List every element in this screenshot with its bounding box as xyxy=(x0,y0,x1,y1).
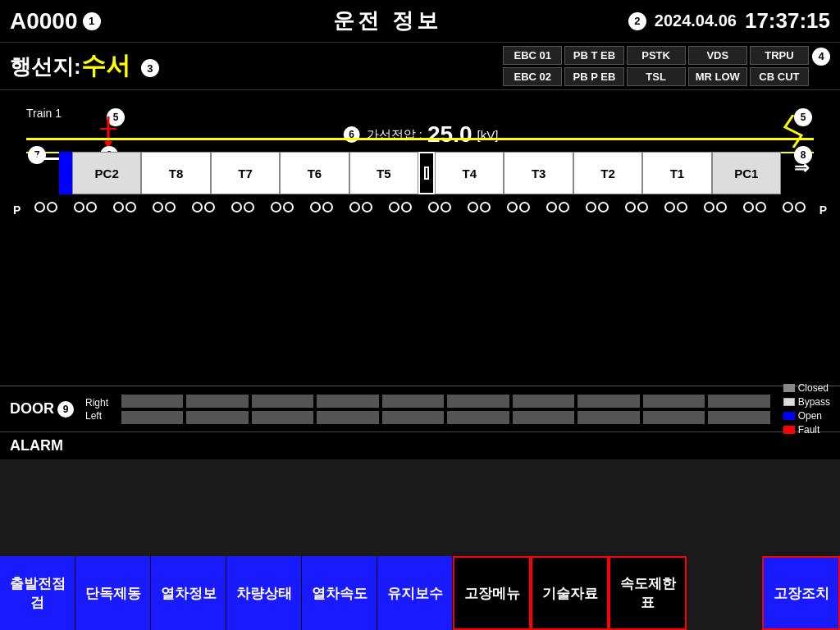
wheel xyxy=(231,202,242,212)
wheel-pair-10 xyxy=(428,202,451,212)
coupling xyxy=(418,152,435,194)
wheel xyxy=(716,202,727,212)
door-cell-right-8 xyxy=(643,395,705,408)
tab-btn-4[interactable]: 열차속도 xyxy=(302,556,377,630)
tab-btn-7[interactable]: 기술자료 xyxy=(531,556,609,630)
arrow-symbol-right: ⇒ xyxy=(794,158,809,179)
header-right: 2 2024.04.06 17:37:15 xyxy=(600,8,830,34)
badge-2: 2 xyxy=(628,12,646,30)
status-btn-ebc-02: EBC 02 xyxy=(503,67,562,86)
wheel-pair-19 xyxy=(783,202,806,212)
wheel-pair-18 xyxy=(743,202,766,212)
destination-value: 수서 xyxy=(81,52,130,79)
car-t7: T7 xyxy=(211,152,280,194)
tab-btn-2[interactable]: 열차정보 xyxy=(151,556,226,630)
wheel-pair-12 xyxy=(507,202,530,212)
car-t4: T4 xyxy=(435,152,504,194)
legend-fault: Fault xyxy=(783,424,830,436)
door-row-right xyxy=(121,395,770,408)
wheel xyxy=(47,202,57,212)
wheel xyxy=(74,202,84,212)
main-area: Train 1 5 6 가선전압 : 25.0 [kV] 5 xyxy=(0,90,840,386)
status-btn-trpu: TRPU xyxy=(750,46,809,65)
door-cell-left-1 xyxy=(186,411,248,424)
wheel xyxy=(34,202,45,212)
door-cell-right-4 xyxy=(382,395,444,408)
wheel xyxy=(349,202,360,212)
tab-btn-0[interactable]: 출발전점검 xyxy=(0,556,75,630)
door-cell-left-8 xyxy=(643,411,705,424)
p-label-right: P xyxy=(819,203,827,217)
arrow-symbol-left: ⟵ xyxy=(31,148,59,171)
car-t3: T3 xyxy=(504,152,573,194)
wheel xyxy=(165,202,176,212)
status-btn-cb-cut: CB CUT xyxy=(750,67,809,86)
wheel xyxy=(86,202,97,212)
header-date: 2024.04.06 xyxy=(655,11,737,30)
wheel-pair-16 xyxy=(664,202,687,212)
header-left: A0000 1 xyxy=(10,8,174,34)
voltage-display: 6 가선전압 : 25.0 [kV] xyxy=(342,121,499,148)
wheel xyxy=(271,202,281,212)
wheel xyxy=(441,202,451,212)
wheel xyxy=(244,202,254,212)
tab-btn-9[interactable] xyxy=(687,556,762,630)
door-bars xyxy=(121,390,770,428)
tab-btn-1[interactable]: 단독제동 xyxy=(75,556,151,630)
header-time: 17:37:15 xyxy=(745,8,830,34)
wheels-row xyxy=(26,197,814,217)
rail-top xyxy=(26,138,814,140)
car-t6: T6 xyxy=(280,152,349,194)
header: A0000 1 운전 정보 2 2024.04.06 17:37:15 xyxy=(0,0,840,43)
tab-btn-6[interactable]: 고장메뉴 xyxy=(453,556,531,630)
destination-label: 행선지: xyxy=(10,54,81,79)
bottom-tabs: 출발전점검단독제동열차정보차량상태열차속도유지보수고장메뉴기술자료속도제한표고장… xyxy=(0,556,840,630)
badge-6: 6 xyxy=(344,126,360,143)
door-rl: Right Left xyxy=(85,390,108,428)
legend-box-fault xyxy=(783,426,795,434)
subheader: 행선지:수서 3 EBC 01PB T EBPSTKVDSTRPUEBC 02P… xyxy=(0,43,840,90)
tab-btn-5[interactable]: 유지보수 xyxy=(377,556,453,630)
status-btn-mr-low: MR LOW xyxy=(688,67,747,86)
wheel xyxy=(519,202,530,212)
door-label: DOOR 9 xyxy=(10,390,75,428)
door-cell-right-5 xyxy=(447,395,509,408)
door-row-left xyxy=(121,411,770,424)
wheel xyxy=(192,202,203,212)
cars-container: PC2 T8 T7 T6 T5 T4 T3 T2 T1 PC1 xyxy=(59,152,781,194)
alarm-label: ALARM xyxy=(10,437,63,454)
train-diagram: Train 1 5 6 가선전압 : 25.0 [kV] 5 xyxy=(10,107,830,221)
wheel xyxy=(664,202,675,212)
door-cell-left-7 xyxy=(578,411,639,424)
wheel xyxy=(756,202,766,212)
door-left-label: Left xyxy=(85,410,108,422)
door-cell-left-4 xyxy=(382,411,444,424)
wheel-pair-3 xyxy=(153,202,176,212)
door-cell-right-1 xyxy=(186,395,248,408)
car-t2: T2 xyxy=(573,152,642,194)
tab-btn-8[interactable]: 속도제한표 xyxy=(609,556,687,630)
wheel xyxy=(322,202,333,212)
wheel xyxy=(401,202,412,212)
wheel-pair-15 xyxy=(625,202,648,212)
tab-btn-10[interactable]: 고장조치 xyxy=(762,556,840,630)
voltage-value: 25.0 xyxy=(427,121,472,148)
wheel-pair-5 xyxy=(231,202,254,212)
wheel xyxy=(389,202,399,212)
wheel-pair-7 xyxy=(310,202,333,212)
tab-btn-3[interactable]: 차량상태 xyxy=(226,556,302,630)
wheel xyxy=(310,202,321,212)
header-title: 운전 정보 xyxy=(174,7,600,35)
badge-9: 9 xyxy=(57,401,74,418)
wheel-pair-14 xyxy=(586,202,609,212)
destination: 행선지:수서 3 xyxy=(10,49,190,83)
wheel xyxy=(637,202,648,212)
pc2-blue-box xyxy=(59,152,72,194)
door-cell-right-3 xyxy=(317,395,378,408)
door-cell-right-6 xyxy=(513,395,574,408)
wheel xyxy=(677,202,687,212)
badge-1: 1 xyxy=(83,12,101,30)
p-label-left: P xyxy=(13,203,21,217)
wheel xyxy=(598,202,609,212)
status-grid: EBC 01PB T EBPSTKVDSTRPUEBC 02PB P EBTSL… xyxy=(503,46,809,86)
